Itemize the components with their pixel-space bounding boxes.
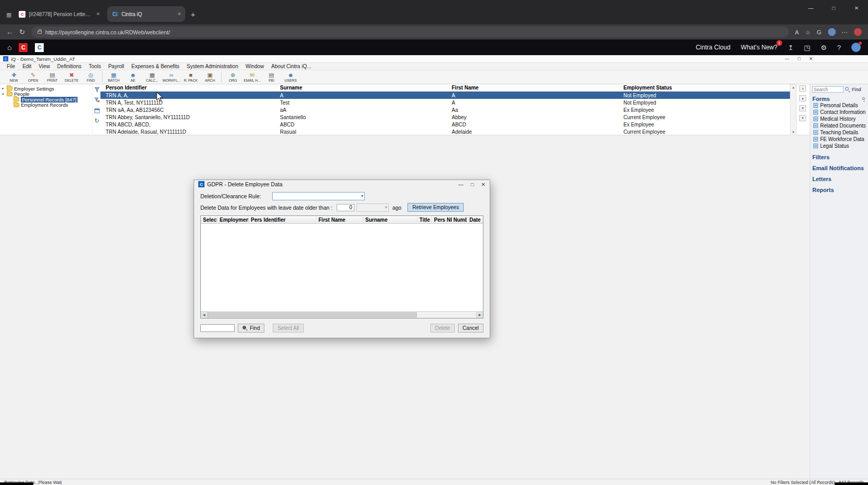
dialog-column-header-date[interactable]: Date bbox=[467, 216, 483, 224]
favorite-star-icon[interactable]: ☆ bbox=[805, 29, 810, 36]
scrollbar-track[interactable] bbox=[208, 312, 476, 318]
grid-row-3[interactable]: TRN Abbey, Santaniello, NY111111DSantani… bbox=[100, 113, 790, 121]
dialog-column-header-employment-id[interactable]: Employment Id bbox=[218, 216, 249, 224]
sidebar-section-letters[interactable]: Letters bbox=[810, 175, 868, 182]
filter-icon[interactable] bbox=[94, 87, 100, 93]
grid-row-0[interactable]: TRN A, A,AANot Employed bbox=[100, 92, 790, 99]
browser-close-button[interactable]: ✕ bbox=[845, 0, 868, 16]
sidebar-item-teaching-details[interactable]: Teaching Details bbox=[810, 129, 868, 136]
refresh-grid-icon[interactable]: ↻ bbox=[94, 118, 99, 124]
sidebar-section-reports[interactable]: Reports bbox=[810, 186, 868, 193]
delete-button[interactable]: Delete bbox=[430, 324, 455, 333]
sidebar-item-medical-history[interactable]: Medical History bbox=[810, 116, 868, 122]
leave-date-unit-select[interactable]: ▾ bbox=[356, 203, 389, 212]
menu-item-file[interactable]: File bbox=[3, 63, 19, 69]
scroll-left-icon[interactable]: ◀ bbox=[201, 312, 208, 318]
scroll-up-icon[interactable]: ▲ bbox=[792, 86, 795, 89]
dialog-find-input[interactable] bbox=[200, 324, 235, 332]
toolbar-users-button[interactable]: ☻USERS bbox=[281, 72, 300, 82]
dialog-title-bar[interactable]: C GDPR - Delete Employee Data — □ ✕ bbox=[194, 180, 490, 188]
toolbar-ae-button[interactable]: ☻AE bbox=[123, 72, 143, 82]
grid-column-header-first-name[interactable]: First Name bbox=[446, 85, 618, 91]
url-text[interactable]: https://payrollengine.cintra.co.uk/RDWeb… bbox=[45, 29, 170, 35]
menu-item-expenses-benefits[interactable]: Expenses & Benefits bbox=[128, 63, 183, 69]
select-all-button[interactable]: Select All bbox=[273, 324, 303, 333]
browser-profile-avatar[interactable] bbox=[828, 28, 836, 36]
sidebar-item-related-documents[interactable]: Related Documents bbox=[810, 122, 868, 129]
expand-icon[interactable]: ▸ bbox=[2, 86, 7, 91]
browser-tab-cintra-iq[interactable]: Ci Cintra iQ ✕ bbox=[107, 6, 185, 22]
previous-record-button[interactable]: ▴ bbox=[799, 95, 806, 101]
sidebar-item-fe-workforce-data[interactable]: FE Workforce Data bbox=[810, 136, 868, 143]
grid-row-5[interactable]: TRN Adelaide, Rasual, NY111111DRasualAde… bbox=[100, 128, 790, 135]
grid-column-header-employment-status[interactable]: Employment Status bbox=[618, 85, 790, 91]
deletion-rule-select[interactable]: ▾ bbox=[272, 192, 365, 200]
toolbar-batch-button[interactable]: ▦BATCH bbox=[104, 72, 123, 82]
grid-vertical-scrollbar[interactable]: ▲ ▼ bbox=[790, 84, 797, 135]
extension-avatar-icon[interactable] bbox=[854, 28, 862, 36]
dialog-close-button[interactable]: ✕ bbox=[481, 182, 486, 187]
tree-item-employment-records[interactable]: Employment Records bbox=[0, 103, 92, 108]
home-icon[interactable]: ⌂ bbox=[7, 43, 11, 52]
toolbar-email-h-button[interactable]: ✉EMAIL H... bbox=[242, 72, 262, 82]
leave-date-value-input[interactable] bbox=[337, 204, 354, 211]
dialog-column-header-title[interactable]: Title bbox=[417, 216, 432, 224]
dialog-maximize-button[interactable]: □ bbox=[471, 182, 474, 187]
toolbar-arch-button[interactable]: ▣ARCH bbox=[200, 72, 220, 82]
sidebar-item-contact-information[interactable]: Contact Information bbox=[810, 109, 868, 116]
menu-item-about-cintra-iq[interactable]: About Cintra iQ... bbox=[267, 63, 315, 69]
cintra-cloud-link[interactable]: Cintra Cloud bbox=[696, 44, 731, 51]
dialog-column-header-pers-ni-number[interactable]: Pers NI Number bbox=[432, 216, 467, 224]
scroll-right-icon[interactable]: ▶ bbox=[476, 312, 483, 318]
browser-tab-pension-letters[interactable]: C [#248778] Pension Letters : Cintra ✕ bbox=[15, 6, 104, 22]
app-close-button[interactable]: ✕ bbox=[809, 56, 813, 61]
cintra-iq-logo[interactable]: C bbox=[35, 43, 44, 52]
whats-new-link[interactable]: What's New?1 bbox=[741, 44, 777, 51]
fullscreen-icon[interactable]: ◳ bbox=[804, 44, 810, 52]
tree-item-employer-settings[interactable]: ▸Employer Settings bbox=[0, 86, 92, 92]
menu-item-edit[interactable]: Edit bbox=[19, 63, 35, 69]
toolbar-org-button[interactable]: ⊕ORG bbox=[223, 72, 242, 82]
menu-item-tools[interactable]: Tools bbox=[85, 63, 105, 69]
menu-item-window[interactable]: Window bbox=[242, 63, 268, 69]
gear-icon[interactable]: ⚙ bbox=[821, 44, 827, 52]
grid-column-header-person-identifier[interactable]: Person Identifier bbox=[100, 85, 275, 91]
app-minimize-button[interactable]: — bbox=[785, 56, 789, 61]
menu-item-payroll[interactable]: Payroll bbox=[105, 63, 128, 69]
tab2-close-icon[interactable]: ✕ bbox=[177, 11, 182, 17]
dialog-column-header-first-name[interactable]: First Name bbox=[316, 216, 363, 224]
help-icon[interactable]: ? bbox=[837, 44, 841, 52]
clear-filter-icon[interactable] bbox=[94, 97, 100, 103]
calendar-icon[interactable] bbox=[94, 108, 100, 113]
menu-item-definitions[interactable]: Definitions bbox=[54, 63, 85, 69]
sidebar-section-email-notifications[interactable]: Email Notifications bbox=[810, 164, 868, 171]
sidebar-find-button[interactable]: Find bbox=[852, 87, 861, 92]
back-icon[interactable]: ← bbox=[6, 28, 13, 36]
grid-column-header-surname[interactable]: Surname bbox=[275, 85, 446, 91]
app-maximize-button[interactable]: □ bbox=[798, 56, 800, 61]
browser-minimize-button[interactable]: — bbox=[799, 0, 822, 16]
toolbar-print-button[interactable]: ▤PRINT bbox=[43, 72, 62, 82]
sidebar-section-forms[interactable]: Forms bbox=[810, 95, 868, 102]
toolbar-delete-button[interactable]: ✖DELETE bbox=[62, 72, 81, 82]
grid-menu-button[interactable]: ≡ bbox=[799, 85, 806, 92]
refresh-icon[interactable]: ↻ bbox=[19, 28, 25, 36]
toolbar-find-button[interactable]: ◎FIND bbox=[81, 72, 100, 82]
scrollbar-thumb[interactable] bbox=[208, 312, 417, 317]
dialog-minimize-button[interactable]: — bbox=[458, 182, 464, 187]
retrieve-employees-button[interactable]: Retrieve Employees bbox=[407, 203, 463, 212]
collapse-icon[interactable]: ▾ bbox=[2, 92, 7, 96]
grid-row-2[interactable]: TRN aA, Aa, AB123456CaAAaEx Employee bbox=[100, 106, 790, 113]
tab1-close-icon[interactable]: ✕ bbox=[96, 11, 100, 17]
dialog-column-header-surname[interactable]: Surname bbox=[363, 216, 417, 224]
next-record-button[interactable]: ▾ bbox=[799, 105, 806, 111]
user-avatar[interactable] bbox=[851, 43, 861, 52]
dialog-find-button[interactable]: Find bbox=[238, 324, 264, 333]
pin-icon[interactable] bbox=[862, 97, 865, 100]
toolbar-new-button[interactable]: ✚NEW bbox=[4, 72, 23, 82]
page-down-button[interactable]: ▾ bbox=[799, 115, 806, 121]
toolbar-workfl-button[interactable]: ∞WORKFL... bbox=[162, 72, 181, 82]
sidebar-item-personal-details[interactable]: Personal Details bbox=[810, 102, 868, 109]
upload-icon[interactable]: ↥ bbox=[788, 44, 794, 52]
sidebar-section-filters[interactable]: Filters bbox=[810, 154, 868, 160]
